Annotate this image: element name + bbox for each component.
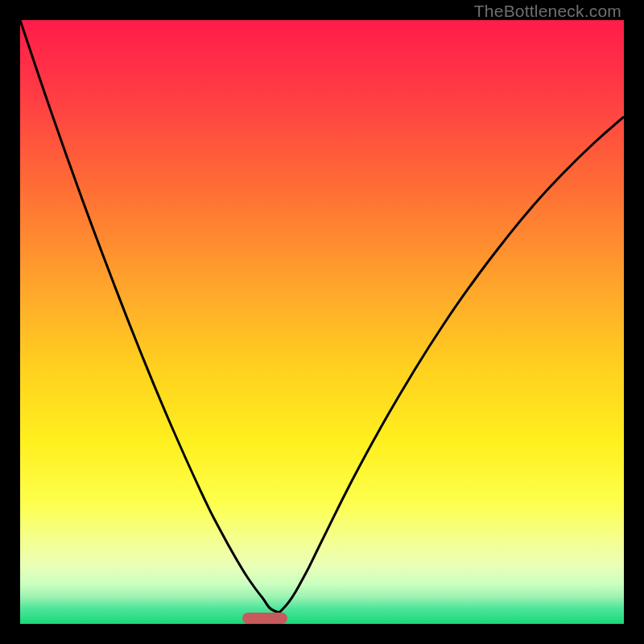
- watermark-text: TheBottleneck.com: [474, 2, 621, 21]
- chart-frame: TheBottleneck.com: [0, 0, 644, 644]
- bottleneck-curve: [20, 20, 624, 624]
- sweet-spot-marker: [242, 613, 287, 624]
- plot-area: [20, 20, 624, 624]
